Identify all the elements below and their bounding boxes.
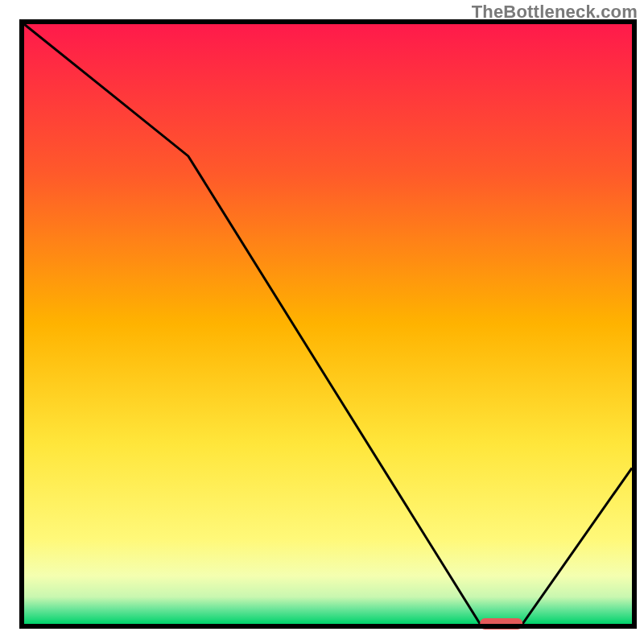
chart-stage: TheBottleneck.com (0, 0, 644, 644)
watermark-text: TheBottleneck.com (472, 2, 638, 23)
gradient-background (24, 24, 632, 624)
chart-svg (0, 0, 644, 644)
